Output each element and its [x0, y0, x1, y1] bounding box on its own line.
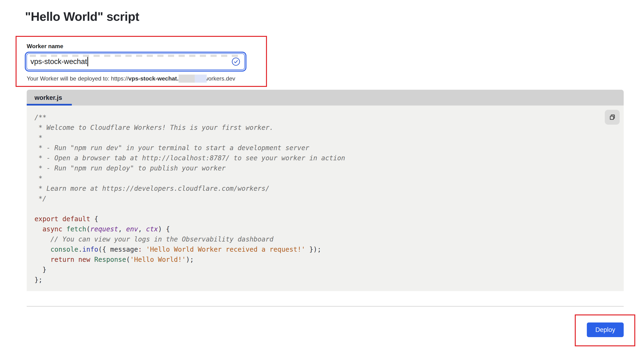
- footer-divider: [27, 306, 624, 307]
- redacted-account-block-2: [195, 75, 207, 83]
- redaction-artifact: [30, 55, 242, 57]
- tab-worker-js[interactable]: worker.js: [27, 90, 72, 105]
- deploy-url-prefix: Your Worker will be deployed to: https:/…: [27, 75, 128, 82]
- copy-code-button[interactable]: [605, 110, 620, 125]
- deploy-button[interactable]: Deploy: [587, 323, 624, 337]
- deploy-url-subdomain: vps-stock-wechat.: [128, 75, 178, 82]
- worker-name-label: Worker name: [27, 43, 63, 49]
- tab-label: worker.js: [34, 94, 62, 101]
- worker-name-value: vps-stock-wechat: [30, 57, 87, 66]
- code-content[interactable]: /** * Welcome to Cloudflare Workers! Thi…: [34, 112, 605, 285]
- deploy-url-line: Your Worker will be deployed to: https:/…: [27, 75, 235, 83]
- page-title: "Hello World" script: [25, 9, 139, 23]
- editor-tab-bar: worker.js: [27, 90, 624, 105]
- circle-check-icon: [232, 57, 240, 66]
- redacted-account-block-1: [178, 75, 195, 83]
- cloudflare-worker-setup-page: "Hello World" script Worker name vps-sto…: [0, 0, 644, 356]
- active-tab-indicator: [27, 104, 72, 105]
- deploy-url-suffix: workers.dev: [204, 75, 235, 82]
- text-caret: [88, 57, 88, 66]
- copy-icon: [608, 114, 616, 121]
- worker-name-input[interactable]: vps-stock-wechat: [26, 53, 245, 70]
- code-editor-area: /** * Welcome to Cloudflare Workers! Thi…: [27, 105, 624, 291]
